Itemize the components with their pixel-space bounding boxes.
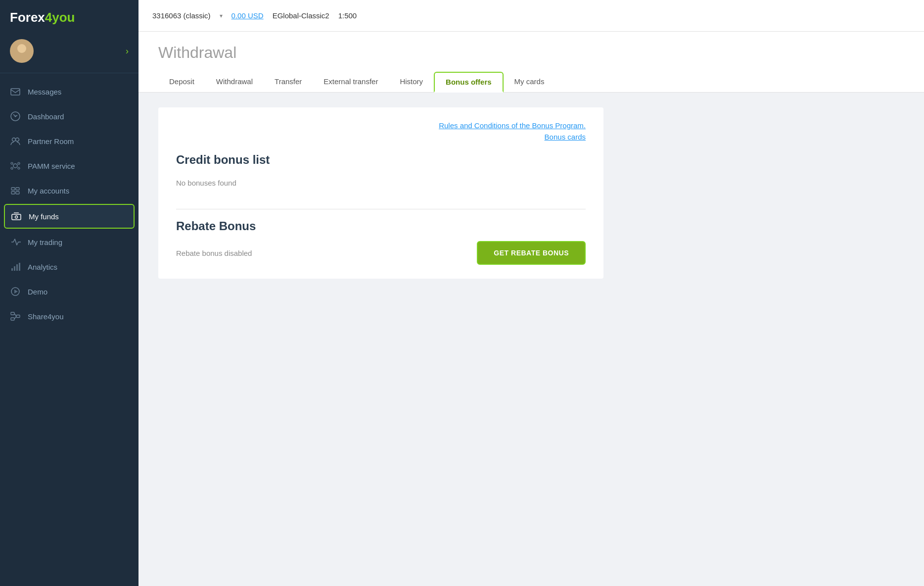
top-bar: 3316063 (classic) ▾ 0.00 USD EGlobal-Cla… — [139, 0, 924, 32]
svg-point-9 — [18, 162, 20, 164]
svg-point-17 — [15, 216, 18, 218]
credit-bonus-title: Credit bonus list — [176, 153, 586, 167]
account-number: 3316063 — [152, 11, 181, 20]
svg-point-10 — [11, 167, 13, 169]
svg-point-0 — [17, 44, 26, 53]
svg-rect-26 — [16, 315, 20, 318]
account-info: 3316063 (classic) ▾ 0.00 USD EGlobal-Cla… — [152, 11, 357, 20]
logo-forex: Forex — [10, 10, 45, 25]
no-bonuses-message: No bonuses found — [176, 175, 586, 199]
avatar[interactable] — [10, 39, 34, 63]
svg-rect-20 — [16, 264, 18, 271]
sidebar-item-label: Demo — [28, 288, 47, 296]
tab-deposit[interactable]: Deposit — [158, 72, 205, 92]
bonus-card: Rules and Conditions of the Bonus Progra… — [158, 107, 603, 279]
sidebar-item-label: Messages — [28, 88, 61, 96]
svg-rect-14 — [16, 188, 19, 190]
partner-icon — [10, 136, 21, 146]
rebate-row: Rebate bonus disabled GET REBATE BONUS — [176, 241, 586, 265]
svg-rect-18 — [11, 268, 13, 271]
pamm-icon — [10, 160, 21, 171]
svg-point-6 — [16, 138, 19, 142]
svg-rect-15 — [16, 192, 19, 194]
sidebar-nav: Messages Dashboard — [0, 73, 139, 586]
dashboard-icon — [10, 111, 21, 122]
svg-rect-21 — [19, 263, 20, 271]
account-server: EGlobal-Classic2 — [273, 11, 329, 20]
sidebar-item-label: PAMM service — [28, 162, 75, 170]
svg-rect-12 — [11, 188, 15, 190]
trading-icon — [10, 237, 21, 247]
sidebar-item-label: My funds — [29, 212, 59, 221]
bonus-cards-link[interactable]: Bonus cards — [176, 133, 586, 141]
tab-withdrawal[interactable]: Withdrawal — [205, 72, 264, 92]
svg-point-7 — [13, 164, 17, 168]
logo-4you: 4you — [45, 10, 75, 25]
svg-rect-13 — [11, 192, 15, 194]
page-title: Withdrawal — [158, 44, 904, 62]
svg-point-1 — [15, 53, 29, 60]
analytics-icon — [10, 261, 21, 272]
svg-marker-23 — [14, 290, 18, 293]
tab-external-transfer[interactable]: External transfer — [313, 72, 389, 92]
svg-rect-25 — [11, 318, 14, 320]
sidebar-item-dashboard[interactable]: Dashboard — [0, 104, 139, 129]
tab-history[interactable]: History — [389, 72, 434, 92]
section-divider — [176, 209, 586, 209]
main-content-area: 3316063 (classic) ▾ 0.00 USD EGlobal-Cla… — [139, 0, 924, 586]
svg-line-27 — [14, 314, 16, 317]
get-rebate-bonus-button[interactable]: GET REBATE BONUS — [477, 241, 586, 265]
profile-chevron-icon[interactable]: › — [126, 46, 129, 56]
rebate-disabled-text: Rebate bonus disabled — [176, 249, 252, 257]
sidebar-item-label: Dashboard — [28, 112, 64, 121]
sidebar: Forex4you › Messages — [0, 0, 139, 586]
sidebar-item-partner-room[interactable]: Partner Room — [0, 129, 139, 153]
svg-rect-2 — [11, 89, 20, 95]
sidebar-item-pamm-service[interactable]: PAMM service — [0, 153, 139, 178]
funds-icon — [11, 211, 22, 222]
sidebar-item-label: Partner Room — [28, 137, 74, 146]
logo: Forex4you — [10, 10, 75, 25]
rebate-bonus-title: Rebate Bonus — [176, 219, 586, 233]
sidebar-item-share4you[interactable]: Share4you — [0, 304, 139, 329]
sidebar-item-my-accounts[interactable]: My accounts — [0, 178, 139, 203]
page-header: Withdrawal Deposit Withdrawal Transfer E… — [139, 32, 924, 93]
share4you-icon — [10, 311, 21, 322]
account-type: (classic) — [184, 11, 211, 20]
bonus-offers-content: Rules and Conditions of the Bonus Progra… — [139, 93, 924, 293]
tab-my-cards[interactable]: My cards — [504, 72, 555, 92]
demo-icon — [10, 286, 21, 297]
sidebar-item-messages[interactable]: Messages — [0, 79, 139, 104]
sidebar-item-label: My accounts — [28, 187, 69, 195]
envelope-icon — [10, 86, 21, 97]
tab-bonus-offers[interactable]: Bonus offers — [434, 72, 504, 93]
tab-transfer[interactable]: Transfer — [264, 72, 313, 92]
account-leverage: 1:500 — [338, 11, 357, 20]
profile-section: › — [0, 33, 139, 73]
sidebar-item-demo[interactable]: Demo — [0, 279, 139, 304]
logo-area: Forex4you — [0, 0, 139, 33]
page-tabs: Deposit Withdrawal Transfer External tra… — [158, 72, 904, 92]
svg-point-4 — [15, 116, 16, 117]
svg-rect-19 — [14, 266, 15, 271]
sidebar-item-my-trading[interactable]: My trading — [0, 230, 139, 254]
svg-rect-24 — [11, 312, 14, 315]
svg-point-11 — [18, 167, 20, 169]
sidebar-item-analytics[interactable]: Analytics — [0, 254, 139, 279]
svg-line-28 — [14, 316, 16, 319]
rebate-section: Rebate Bonus Rebate bonus disabled GET R… — [176, 219, 586, 265]
svg-rect-16 — [12, 214, 21, 220]
svg-point-5 — [12, 138, 16, 142]
sidebar-item-label: My trading — [28, 238, 62, 246]
bonus-links: Rules and Conditions of the Bonus Progra… — [176, 121, 586, 141]
rules-link[interactable]: Rules and Conditions of the Bonus Progra… — [176, 121, 586, 130]
sidebar-item-my-funds[interactable]: My funds — [4, 204, 135, 229]
svg-point-8 — [11, 162, 13, 164]
account-dropdown-icon[interactable]: ▾ — [220, 12, 223, 19]
account-id: 3316063 (classic) — [152, 11, 211, 20]
sidebar-item-label: Analytics — [28, 263, 57, 271]
sidebar-item-label: Share4you — [28, 312, 64, 321]
account-balance[interactable]: 0.00 USD — [231, 11, 264, 20]
accounts-icon — [10, 185, 21, 196]
